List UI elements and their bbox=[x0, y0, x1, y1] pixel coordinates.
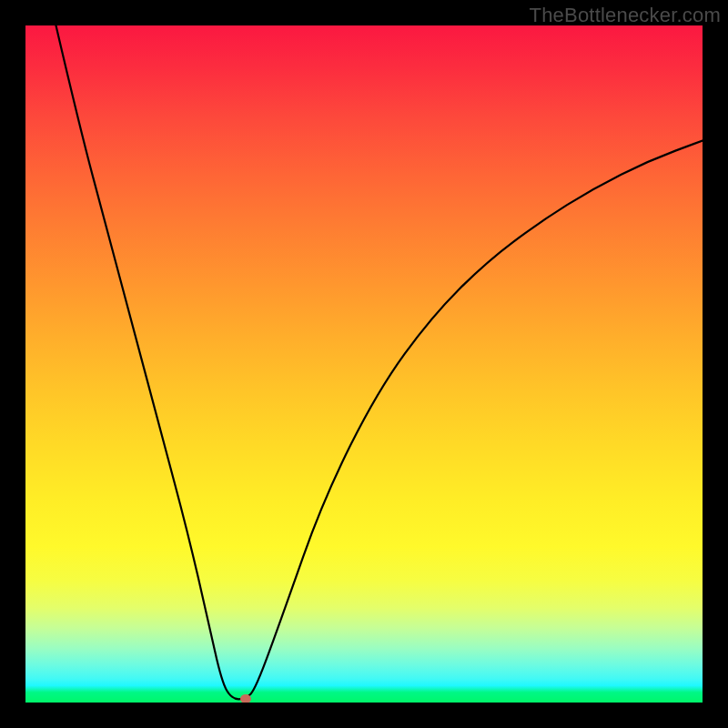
plot-area bbox=[25, 25, 703, 703]
bottleneck-curve bbox=[25, 25, 703, 703]
curve-line bbox=[56, 25, 703, 699]
optimal-point-marker bbox=[240, 694, 251, 703]
watermark-text: TheBottlenecker.com bbox=[530, 4, 721, 27]
